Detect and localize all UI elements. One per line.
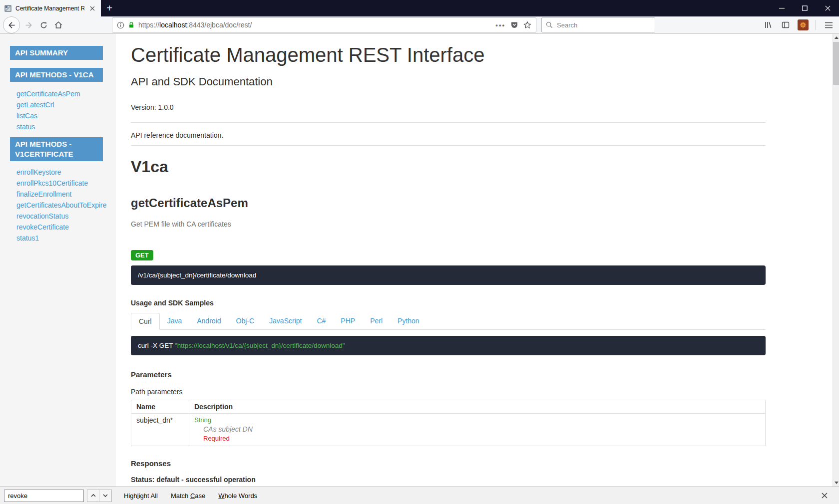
scrollbar-thumb[interactable] xyxy=(833,42,839,85)
curl-code-block: curl -X GET "https://localhost/v1/ca/{su… xyxy=(131,336,766,355)
tab-objc[interactable]: Obj-C xyxy=(229,313,262,329)
method-name: getCertificateAsPem xyxy=(131,196,766,210)
sidebar-link-revokecertificate[interactable]: revokeCertificate xyxy=(16,223,116,232)
gear-icon xyxy=(798,19,809,30)
page-favicon-icon xyxy=(4,4,12,12)
bookmark-star-icon[interactable] xyxy=(523,21,531,29)
sidebar-link-finalizeenrollment[interactable]: finalizeEnrollment xyxy=(16,190,116,199)
sdk-sample-tabs: Curl Java Android Obj-C JavaScript C# PH… xyxy=(131,313,766,330)
tab-close-icon[interactable] xyxy=(88,4,97,13)
sidebar: API SUMMARY API METHODS - V1CA getCertif… xyxy=(0,34,116,487)
browser-window: Certificate Management REST I + xyxy=(0,0,839,504)
forward-button[interactable] xyxy=(21,17,36,32)
new-tab-button[interactable]: + xyxy=(101,0,118,16)
home-button[interactable] xyxy=(51,17,66,32)
close-window-button[interactable] xyxy=(816,0,839,16)
search-input[interactable] xyxy=(556,21,651,29)
divider xyxy=(131,122,766,123)
column-header-name: Name xyxy=(131,400,189,414)
main-content: Certificate Management REST Interface AP… xyxy=(116,34,839,487)
tab-java[interactable]: Java xyxy=(160,313,190,329)
version-label: Version: 1.0.0 xyxy=(131,103,766,111)
responses-title: Responses xyxy=(131,459,766,468)
http-get-badge: GET xyxy=(131,250,153,260)
tab-perl[interactable]: Perl xyxy=(363,313,390,329)
sidebar-header-api-summary[interactable]: API SUMMARY xyxy=(10,46,103,60)
toolbar-divider xyxy=(816,20,816,30)
whole-words-button[interactable]: Whole Words xyxy=(217,490,258,502)
url-bar[interactable]: https://localhost:8443/ejbca/doc/rest/ •… xyxy=(112,17,536,32)
library-icon[interactable] xyxy=(761,17,776,32)
tab-csharp[interactable]: C# xyxy=(309,313,333,329)
parameters-table: Name Description subject_dn* String CAs … xyxy=(131,400,766,446)
find-previous-button[interactable] xyxy=(87,490,99,502)
padlock-icon[interactable] xyxy=(128,21,135,28)
sidebar-link-enrollpkcs10certificate[interactable]: enrollPkcs10Certificate xyxy=(16,179,116,188)
maximize-button[interactable] xyxy=(793,0,816,16)
param-desc: CAs subject DN xyxy=(203,425,760,433)
highlight-all-button[interactable]: Highlight All xyxy=(123,490,159,502)
reload-button[interactable] xyxy=(36,17,51,32)
vertical-scrollbar[interactable] xyxy=(833,34,839,487)
sidebar-link-status1[interactable]: status1 xyxy=(16,234,116,243)
sidebar-link-enrollkeystore[interactable]: enrollKeystore xyxy=(16,168,116,177)
back-button[interactable] xyxy=(3,16,20,33)
search-icon xyxy=(546,21,553,28)
sidebar-link-getlatestcrl[interactable]: getLatestCrl xyxy=(16,101,116,109)
scroll-up-arrow-icon[interactable] xyxy=(833,34,839,41)
page-viewport: API SUMMARY API METHODS - V1CA getCertif… xyxy=(0,34,839,487)
match-case-button[interactable]: Match Case xyxy=(170,490,206,502)
browser-tab[interactable]: Certificate Management REST I xyxy=(0,0,101,16)
sidebar-toggle-icon[interactable] xyxy=(778,17,793,32)
tab-title: Certificate Management REST I xyxy=(15,5,84,12)
tab-android[interactable]: Android xyxy=(189,313,228,329)
path-parameters-label: Path parameters xyxy=(131,388,766,396)
sidebar-link-revocationstatus[interactable]: revocationStatus xyxy=(16,212,116,221)
search-box[interactable] xyxy=(541,17,655,32)
find-input[interactable] xyxy=(4,490,84,502)
endpoint-path-bar: /v1/ca/{subject_dn}/certificate/download xyxy=(131,265,766,285)
window-titlebar: Certificate Management REST I + xyxy=(0,0,839,16)
param-name-cell: subject_dn* xyxy=(131,414,189,446)
tab-python[interactable]: Python xyxy=(390,313,427,329)
find-close-icon[interactable] xyxy=(819,490,830,501)
scroll-down-arrow-icon[interactable] xyxy=(833,479,839,487)
table-row: subject_dn* String CAs subject DN Requir… xyxy=(131,414,766,446)
sidebar-link-status[interactable]: status xyxy=(16,123,116,131)
samples-title: Usage and SDK Samples xyxy=(131,299,766,307)
tab-curl[interactable]: Curl xyxy=(131,313,160,330)
find-bar: Highlight All Match Case Whole Words xyxy=(0,487,839,504)
page-title: Certificate Management REST Interface xyxy=(131,44,766,66)
minimize-button[interactable] xyxy=(770,0,793,16)
parameters-title: Parameters xyxy=(131,370,766,379)
sidebar-link-getcertificateaspem[interactable]: getCertificateAsPem xyxy=(16,90,116,98)
find-next-button[interactable] xyxy=(99,490,112,502)
response-status-line: Status: default - successful operation xyxy=(131,476,766,484)
param-required-flag: Required xyxy=(203,435,760,442)
tab-php[interactable]: PHP xyxy=(333,313,363,329)
site-info-icon[interactable] xyxy=(117,21,124,29)
nav-toolbar: https://localhost:8443/ejbca/doc/rest/ •… xyxy=(0,16,839,34)
sidebar-header-api-methods-v1ca[interactable]: API METHODS - V1CA xyxy=(10,68,103,82)
method-description: Get PEM file with CA certificates xyxy=(131,220,766,228)
url-text: https://localhost:8443/ejbca/doc/rest/ xyxy=(138,21,252,29)
sidebar-link-getcertificatesabouttoexpire[interactable]: getCertificatesAboutToExpire xyxy=(16,201,116,210)
tab-javascript[interactable]: JavaScript xyxy=(262,313,309,329)
extension-icon[interactable] xyxy=(796,17,811,32)
menu-hamburger-icon[interactable] xyxy=(821,17,836,32)
page-subtitle: API and SDK Documentation xyxy=(131,75,766,88)
param-type: String xyxy=(194,416,760,424)
intro-text: API reference documentation. xyxy=(131,131,766,139)
column-header-description: Description xyxy=(189,400,766,414)
sidebar-header-api-methods-v1certificate[interactable]: API METHODS - V1CERTIFICATE xyxy=(10,137,103,161)
curl-url-string: "https://localhost/v1/ca/{subject_dn}/ce… xyxy=(175,342,345,349)
param-description-cell: String CAs subject DN Required xyxy=(189,414,766,446)
pocket-icon[interactable] xyxy=(510,21,518,29)
section-title-v1ca: V1ca xyxy=(131,158,766,176)
sidebar-link-listcas[interactable]: listCas xyxy=(16,112,116,120)
divider xyxy=(131,145,766,146)
page-actions-icon[interactable]: ••• xyxy=(495,21,505,29)
window-controls xyxy=(770,0,839,16)
